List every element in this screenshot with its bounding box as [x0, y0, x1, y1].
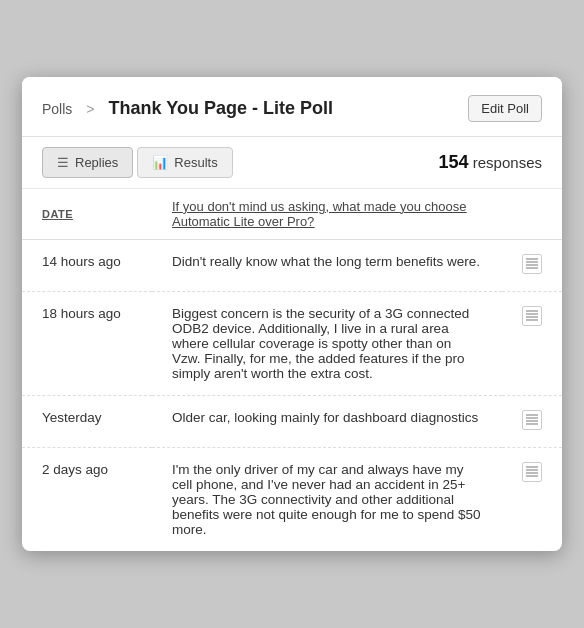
- row-action-icon[interactable]: [522, 254, 542, 274]
- col-header-date: DATE: [22, 189, 152, 240]
- cell-answer: I'm the only driver of my car and always…: [152, 448, 502, 552]
- table-row: 2 days agoI'm the only driver of my car …: [22, 448, 562, 552]
- response-count: 154 responses: [439, 152, 542, 173]
- col-header-action: [502, 189, 562, 240]
- cell-answer: Didn't really know what the long term be…: [152, 240, 502, 292]
- cell-date: Yesterday: [22, 396, 152, 448]
- row-action-icon[interactable]: [522, 306, 542, 326]
- row-action-icon[interactable]: [522, 462, 542, 482]
- edit-poll-button[interactable]: Edit Poll: [468, 95, 542, 122]
- cell-date: 14 hours ago: [22, 240, 152, 292]
- cell-date: 18 hours ago: [22, 292, 152, 396]
- breadcrumb-separator: >: [86, 101, 94, 117]
- cell-action[interactable]: [502, 240, 562, 292]
- tab-results-label: Results: [174, 155, 217, 170]
- responses-table: DATE If you don't mind us asking, what m…: [22, 189, 562, 551]
- table-row: 18 hours agoBiggest concern is the secur…: [22, 292, 562, 396]
- breadcrumb-parent-link[interactable]: Polls: [42, 101, 72, 117]
- tab-results[interactable]: 📊 Results: [137, 147, 232, 178]
- tab-replies-label: Replies: [75, 155, 118, 170]
- row-action-icon[interactable]: [522, 410, 542, 430]
- tab-replies[interactable]: ☰ Replies: [42, 147, 133, 178]
- cell-action[interactable]: [502, 448, 562, 552]
- col-header-answer: If you don't mind us asking, what made y…: [152, 189, 502, 240]
- col-header-answer-link[interactable]: If you don't mind us asking, what made y…: [172, 199, 466, 229]
- header: Polls > Thank You Page - Lite Poll Edit …: [22, 77, 562, 137]
- table-row: YesterdayOlder car, looking mainly for d…: [22, 396, 562, 448]
- main-window: Polls > Thank You Page - Lite Poll Edit …: [22, 77, 562, 551]
- table-row: 14 hours agoDidn't really know what the …: [22, 240, 562, 292]
- cell-action[interactable]: [502, 292, 562, 396]
- response-count-label: responses: [473, 154, 542, 171]
- list-icon: ☰: [57, 155, 69, 170]
- cell-action[interactable]: [502, 396, 562, 448]
- page-title: Thank You Page - Lite Poll: [109, 98, 459, 119]
- response-count-value: 154: [439, 152, 469, 172]
- bar-chart-icon: 📊: [152, 155, 168, 170]
- tabs: ☰ Replies 📊 Results: [42, 147, 439, 178]
- cell-answer: Biggest concern is the security of a 3G …: [152, 292, 502, 396]
- cell-date: 2 days ago: [22, 448, 152, 552]
- tab-bar: ☰ Replies 📊 Results 154 responses: [22, 137, 562, 189]
- cell-answer: Older car, looking mainly for dashboard …: [152, 396, 502, 448]
